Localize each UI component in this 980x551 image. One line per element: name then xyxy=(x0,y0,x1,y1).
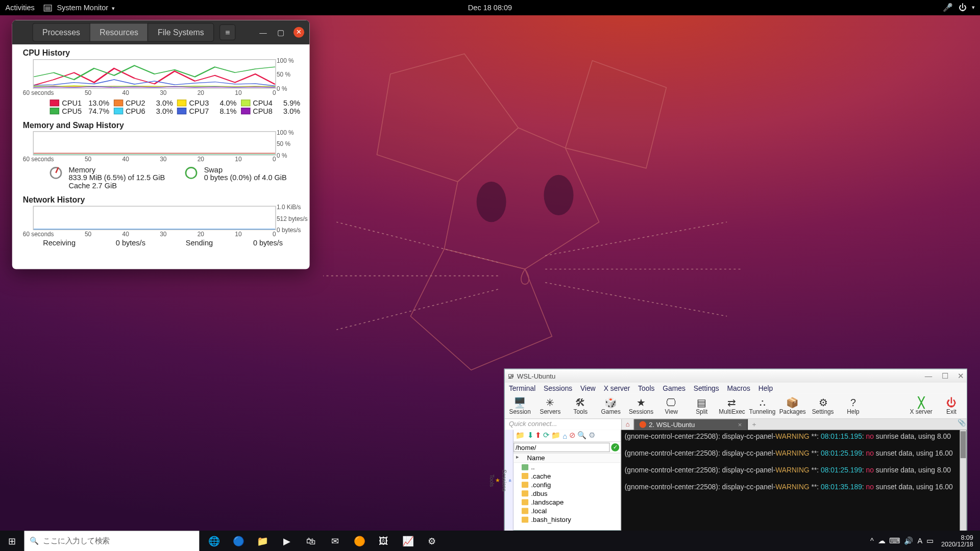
y-label: 512 bytes/s xyxy=(277,215,308,222)
taskbar-app-icon[interactable]: 🟠 xyxy=(349,531,370,551)
minimize-button[interactable]: — xyxy=(258,28,267,37)
memory-value: 833.9 MiB (6.5%) of 12.5 GiB xyxy=(69,173,165,182)
taskbar-app-icon[interactable]: 🖼 xyxy=(373,531,395,551)
clock-label[interactable]: Dec 18 08:09 xyxy=(468,4,512,12)
y-label: 50 % xyxy=(277,141,290,147)
hamburger-menu[interactable]: ≡ xyxy=(219,24,236,40)
taskbar-app-icon[interactable]: 🔵 xyxy=(228,531,249,551)
tb-servers[interactable]: ✳Servers xyxy=(535,397,565,415)
path-go-icon[interactable]: ✓ xyxy=(611,443,619,452)
scrollbar[interactable] xyxy=(960,430,966,531)
tb-sessions[interactable]: ★Sessions xyxy=(626,397,656,415)
status-caret-icon[interactable]: ▾ xyxy=(972,5,974,11)
tb-tunneling[interactable]: ⛬Tunneling xyxy=(747,397,777,415)
menu-terminal[interactable]: Terminal xyxy=(509,384,535,392)
tb-exit[interactable]: ⏻Exit xyxy=(936,397,966,415)
home-tab[interactable]: ⌂ xyxy=(622,419,634,430)
tab-resources[interactable]: Resources xyxy=(89,23,148,42)
maximize-button[interactable]: ▢ xyxy=(276,28,285,37)
file-tree[interactable]: Name ...cache.config.dbus.landscape.loca… xyxy=(513,453,621,531)
menu-sessions[interactable]: Sessions xyxy=(544,384,572,392)
tree-header[interactable]: Name xyxy=(513,454,621,463)
taskbar-app-icon[interactable]: 📁 xyxy=(252,531,273,551)
terminal-line: (gnome-control-center:22508): display-cc… xyxy=(625,449,963,457)
x-label: 50 xyxy=(85,231,91,237)
x-label: 30 xyxy=(160,156,166,163)
tree-item[interactable]: .dbus xyxy=(513,489,621,498)
tree-item[interactable]: .. xyxy=(513,463,621,471)
find-icon[interactable]: 🔍 xyxy=(577,431,586,440)
tray-icon[interactable]: ☁ xyxy=(878,537,886,545)
new-tab-button[interactable]: ＋ xyxy=(748,419,760,430)
tb-split[interactable]: ▤Split xyxy=(687,397,717,415)
taskbar-app-icon[interactable]: ⚙ xyxy=(421,531,443,551)
menu-games[interactable]: Games xyxy=(663,384,685,392)
tab-close-icon[interactable]: × xyxy=(738,421,742,429)
close-button[interactable]: ✕ xyxy=(958,372,964,381)
tab-processes[interactable]: Processes xyxy=(32,23,89,42)
svg-marker-3 xyxy=(410,249,552,370)
tree-item[interactable]: .bash_history xyxy=(513,515,621,524)
tray-icon[interactable]: A xyxy=(918,537,923,545)
terminal-output[interactable]: (gnome-control-center:22508): display-cc… xyxy=(621,430,966,531)
tb-settings[interactable]: ⚙Settings xyxy=(807,397,838,415)
moba-titlebar[interactable]: 🖳 WSL-Ubuntu — ☐ ✕ xyxy=(505,369,967,383)
taskbar-app-icon[interactable]: 🛍 xyxy=(300,531,322,551)
taskbar-search[interactable]: 🔍 ここに入力して検索 xyxy=(24,531,199,551)
tb-multiexec[interactable]: ⇄MultiExec xyxy=(717,397,747,415)
tb-view[interactable]: 🖵View xyxy=(656,397,687,415)
tree-item[interactable]: .config xyxy=(513,481,621,489)
terminal-tab[interactable]: 2. WSL-Ubuntu × xyxy=(634,419,748,430)
tray-icon[interactable]: ▭ xyxy=(926,537,933,545)
legend-item: CPU83.0% xyxy=(240,107,300,115)
maximize-button[interactable]: ☐ xyxy=(942,372,948,381)
tab-file-systems[interactable]: File Systems xyxy=(148,23,214,42)
tb-packages[interactable]: 📦Packages xyxy=(777,397,807,415)
taskbar-app-icon[interactable]: 📈 xyxy=(397,531,419,551)
tray-icon[interactable]: 🔊 xyxy=(904,537,913,545)
tb-tools[interactable]: 🛠Tools xyxy=(566,397,596,415)
menu-x-server[interactable]: X server xyxy=(604,384,630,392)
taskbar-clock[interactable]: 8:09 2020/12/18 xyxy=(939,534,976,547)
refresh-icon[interactable]: ⟳ xyxy=(543,431,549,440)
titlebar[interactable]: Processes Resources File Systems ≡ — ▢ ✕ xyxy=(12,20,310,44)
tb-session[interactable]: 🖥️Session xyxy=(505,397,535,415)
quick-connect-input[interactable]: Quick connect... xyxy=(505,419,622,430)
tray-icon[interactable]: ⌨ xyxy=(889,537,900,545)
start-button[interactable]: ⊞ xyxy=(0,536,24,546)
menu-help[interactable]: Help xyxy=(758,384,773,392)
mic-icon[interactable]: 🎤 xyxy=(943,3,953,12)
tree-item[interactable]: .cache xyxy=(513,471,621,480)
tb-games[interactable]: 🎲Games xyxy=(596,397,626,415)
legend-item: CPU34.0% xyxy=(177,99,237,107)
power-icon[interactable]: ⏻ xyxy=(959,3,967,12)
tree-item[interactable]: .local xyxy=(513,507,621,515)
taskbar-app-icon[interactable]: ✉ xyxy=(325,531,346,551)
app-menu[interactable]: System Monitor ▾ xyxy=(44,4,114,12)
taskbar-app-icon[interactable]: ▶ xyxy=(276,531,298,551)
close-button[interactable]: ✕ xyxy=(293,27,304,38)
tree-item[interactable]: .landscape xyxy=(513,498,621,507)
pin-icon[interactable]: 📎 xyxy=(957,419,966,430)
tray-icon[interactable]: ^ xyxy=(870,537,874,545)
new-folder-icon[interactable]: 📁 xyxy=(551,431,560,440)
system-monitor-icon xyxy=(44,5,52,11)
download-icon[interactable]: ⬇ xyxy=(527,431,533,440)
menu-settings[interactable]: Settings xyxy=(694,384,719,392)
menu-macros[interactable]: Macros xyxy=(727,384,750,392)
minimize-button[interactable]: — xyxy=(925,372,933,381)
memory-cache: Cache 2.7 GiB xyxy=(69,182,165,190)
folder-icon[interactable]: 📁 xyxy=(516,431,525,440)
activities-button[interactable]: Activities xyxy=(6,4,35,12)
moba-sidepanel[interactable]: « Sessions ★ Tools xyxy=(505,430,513,531)
settings-icon[interactable]: ⚙ xyxy=(589,431,595,440)
menu-view[interactable]: View xyxy=(580,384,596,392)
delete-icon[interactable]: ⊘ xyxy=(569,431,575,440)
upload-icon[interactable]: ⬆ xyxy=(535,431,541,440)
path-input[interactable] xyxy=(513,443,610,452)
menu-tools[interactable]: Tools xyxy=(638,384,654,392)
taskbar-app-icon[interactable]: 🌐 xyxy=(203,531,225,551)
tb-x-server[interactable]: ╳X server xyxy=(906,397,936,415)
tb-help[interactable]: ?Help xyxy=(838,397,868,415)
home-icon[interactable]: ⌂ xyxy=(562,432,567,440)
